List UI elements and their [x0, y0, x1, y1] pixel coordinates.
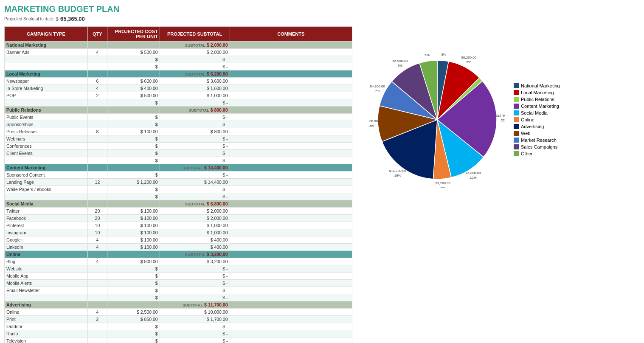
- item-comments: [230, 143, 352, 150]
- table-row: In-Store Marketing 4 $ 400.00 $ 1,600.00: [5, 85, 352, 92]
- item-comments: [230, 49, 352, 56]
- item-comments: [230, 128, 352, 135]
- item-name: LinkedIn: [5, 244, 88, 251]
- item-comments: [230, 157, 352, 164]
- chart-section: $2,000.003%$6,200.009%$14,400.0022%$6,80…: [361, 26, 640, 343]
- legend-label: Local Marketing: [521, 90, 554, 95]
- category-cost: [107, 251, 160, 258]
- item-qty: [87, 121, 107, 128]
- table-row: Facebook 20 $ 100.00 $ 2,000.00: [5, 215, 352, 222]
- table-row: Public Events $ $ -: [5, 114, 352, 121]
- table-row: Pinterest 10 $ 100.00 $ 1,000.00: [5, 222, 352, 229]
- item-comments: [230, 309, 352, 316]
- category-name: Advertising: [5, 301, 88, 309]
- category-cost: [107, 301, 160, 309]
- legend-item: Social Media: [514, 110, 560, 115]
- item-qty: [87, 172, 107, 179]
- subtitle-value: 65,365.00: [60, 16, 85, 22]
- category-row: Advertising SUBTOTAL $ 11,700.00: [5, 301, 352, 309]
- item-name: [5, 99, 88, 107]
- item-subtotal: $ -: [160, 121, 230, 128]
- item-comments: [230, 63, 352, 70]
- item-cost: $: [107, 186, 160, 193]
- item-cost: $: [107, 280, 160, 287]
- category-subtotal: SUBTOTAL $ 6,200.00: [160, 70, 230, 78]
- item-comments: [230, 244, 352, 251]
- item-name: In-Store Marketing: [5, 85, 88, 92]
- item-cost: $: [107, 150, 160, 157]
- table-row: White Papers / ebooks $ $ -: [5, 186, 352, 193]
- table-row: $ $ -: [5, 193, 352, 200]
- category-subtotal: SUBTOTAL $ 3,200.00: [160, 251, 230, 258]
- legend-item: Web: [514, 131, 560, 136]
- item-qty: 2: [87, 316, 107, 323]
- category-subtotal: SUBTOTAL $ 2,000.00: [160, 42, 230, 49]
- item-name: Banner Ads: [5, 49, 88, 56]
- item-qty: [87, 63, 107, 70]
- legend-label: Advertising: [521, 124, 544, 129]
- item-comments: [230, 179, 352, 186]
- col-header-qty: QTY: [87, 27, 107, 42]
- subtitle-currency: $: [56, 17, 59, 22]
- item-name: Landing Page: [5, 179, 88, 186]
- item-name: Mobile Alerts: [5, 280, 88, 287]
- category-qty: [87, 301, 107, 309]
- category-qty: [87, 42, 107, 49]
- item-qty: [87, 287, 107, 294]
- category-name: Online: [5, 251, 88, 258]
- item-subtotal: $ -: [160, 273, 230, 280]
- item-name: Email Newsletter: [5, 287, 88, 294]
- item-subtotal: $ 3,600.00: [160, 78, 230, 85]
- category-name: Content Marketing: [5, 164, 88, 172]
- item-qty: 20: [87, 215, 107, 222]
- item-qty: [87, 330, 107, 337]
- table-row: POP 2 $ 500.00 $ 1,000.00: [5, 92, 352, 99]
- item-subtotal: $ -: [160, 186, 230, 193]
- item-qty: [87, 273, 107, 280]
- category-comments: [230, 200, 352, 208]
- item-name: Twitter: [5, 208, 88, 215]
- pie-label-pct: 7%: [375, 89, 380, 93]
- item-subtotal: $ 2,000.00: [160, 215, 230, 222]
- item-subtotal: $ -: [160, 157, 230, 164]
- item-cost: $ 600.00: [107, 78, 160, 85]
- legend-color: [514, 97, 519, 102]
- pie-label-pct: 9%: [398, 64, 403, 67]
- category-qty: [87, 251, 107, 258]
- category-subtotal: SUBTOTAL $ 800.00: [160, 107, 230, 114]
- legend-label: National Marketing: [521, 83, 560, 88]
- category-row: Social Media SUBTOTAL $ 6,800.00: [5, 200, 352, 208]
- category-cost: [107, 107, 160, 114]
- table-row: Landing Page 12 $ 1,200.00 $ 14,400.00: [5, 179, 352, 186]
- item-subtotal: $ -: [160, 135, 230, 143]
- item-subtotal: $ -: [160, 265, 230, 273]
- legend-item: Advertising: [514, 124, 560, 129]
- item-cost: $: [107, 63, 160, 70]
- item-qty: [87, 294, 107, 301]
- item-subtotal: $ 1,000.00: [160, 229, 230, 236]
- category-comments: [230, 301, 352, 309]
- item-qty: [87, 193, 107, 200]
- item-qty: 4: [87, 309, 107, 316]
- item-name: White Papers / ebooks: [5, 186, 88, 193]
- legend-color: [514, 131, 519, 136]
- item-cost: $: [107, 172, 160, 179]
- item-cost: $ 2,500.00: [107, 309, 160, 316]
- legend-item: Other: [514, 151, 560, 156]
- legend-color: [514, 110, 519, 115]
- item-subtotal: $ -: [160, 330, 230, 337]
- budget-table: CAMPAIGN TYPE QTY PROJECTED COST PER UNI…: [4, 26, 352, 343]
- item-cost: $ 1,200.00: [107, 179, 160, 186]
- item-cost: $: [107, 114, 160, 121]
- table-row: Newspaper 6 $ 600.00 $ 3,600.00: [5, 78, 352, 85]
- item-comments: [230, 337, 352, 343]
- table-row: Banner Ads 4 $ 500.00 $ 2,000.00: [5, 49, 352, 56]
- table-row: Sponsored Content $ $ -: [5, 172, 352, 179]
- item-cost: $: [107, 56, 160, 63]
- table-row: Print 2 $ 850.00 $ 1,700.00: [5, 316, 352, 323]
- item-comments: [230, 186, 352, 193]
- category-name: National Marketing: [5, 42, 88, 49]
- item-subtotal: $ 3,200.00: [160, 258, 230, 265]
- item-comments: [230, 114, 352, 121]
- item-qty: 6: [87, 78, 107, 85]
